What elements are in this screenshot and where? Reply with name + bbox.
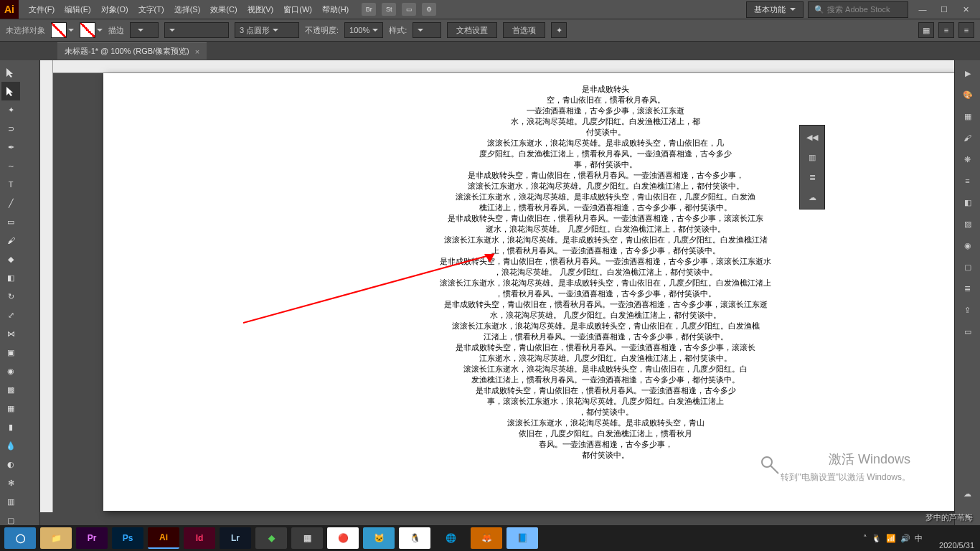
menu-effect[interactable]: 效果(C): [206, 1, 241, 18]
taskbar-explorer[interactable]: 📁: [40, 527, 72, 549]
arrange-icon[interactable]: ▭: [402, 3, 416, 16]
perspective-tool[interactable]: ▩: [1, 380, 20, 399]
taskbar-qq[interactable]: 🐧: [399, 527, 430, 549]
paintbrush-tool[interactable]: 🖌: [1, 231, 20, 250]
document-tab[interactable]: 未标题-1* @ 100% (RGB/像素预览) ×: [57, 42, 207, 60]
layers-panel-icon[interactable]: ≣: [801, 167, 823, 187]
stock-icon[interactable]: St: [382, 3, 396, 16]
color-panel-icon[interactable]: 🎨: [957, 85, 979, 105]
menu-file[interactable]: 文件(F): [24, 1, 59, 18]
taskbar-app6[interactable]: 📘: [507, 527, 538, 549]
canvas[interactable]: 是非成败转头空，青山依旧在，惯看秋月春风。一壶浊酒喜相逢，古今多少事，滚滚长江东…: [40, 60, 954, 525]
chevron-down-icon[interactable]: [97, 29, 103, 32]
taskbar-app3[interactable]: 🔴: [327, 527, 359, 549]
stroke-panel-icon[interactable]: ≡: [957, 171, 979, 191]
magic-wand-tool[interactable]: ✦: [1, 100, 20, 119]
system-tray[interactable]: ˄ 🐧 📶 🔊 中: [863, 533, 923, 544]
rectangle-tool[interactable]: ▭: [1, 212, 20, 231]
taskbar-premiere[interactable]: Pr: [76, 527, 108, 549]
menu-edit[interactable]: 编辑(E): [60, 1, 95, 18]
tray-sound-icon[interactable]: 🔊: [900, 534, 910, 543]
gradient-panel-icon[interactable]: ◧: [957, 192, 979, 212]
menu-window[interactable]: 窗口(W): [279, 1, 316, 18]
symbol-sprayer-tool[interactable]: ✻: [1, 474, 20, 492]
menu-help[interactable]: 帮助(H): [318, 1, 353, 18]
tray-network-icon[interactable]: 📶: [886, 534, 896, 543]
panel-expand-icon[interactable]: ▶: [957, 63, 979, 83]
column-graph-tool[interactable]: ▥: [1, 492, 20, 511]
rotate-tool[interactable]: ↻: [1, 287, 20, 306]
stock-search[interactable]: 🔍 搜索 Adobe Stock: [808, 1, 908, 18]
taskbar-app5[interactable]: 🦊: [471, 527, 502, 549]
blend-tool[interactable]: ◐: [1, 455, 20, 474]
asset-export-panel-icon[interactable]: ⇪: [957, 300, 979, 320]
taskbar-clock[interactable]: 2020/5/31: [939, 541, 974, 550]
workspace-switcher[interactable]: 基本功能: [746, 1, 804, 18]
swatches-panel-icon[interactable]: ▦: [957, 106, 979, 126]
free-transform-tool[interactable]: ▣: [1, 343, 20, 362]
taskbar-lightroom[interactable]: Lr: [220, 527, 251, 549]
preferences-button[interactable]: 首选项: [503, 22, 545, 38]
scale-tool[interactable]: ⤢: [1, 306, 20, 324]
taskbar-app2[interactable]: ▦: [291, 527, 323, 549]
eyedropper-tool[interactable]: 💧: [1, 436, 20, 455]
brush-definition[interactable]: 3 点圆形: [235, 22, 299, 38]
mesh-tool[interactable]: ▦: [1, 399, 20, 418]
lasso-tool[interactable]: ⊃: [1, 119, 20, 138]
tray-up-icon[interactable]: ˄: [863, 534, 867, 543]
taskbar-indesign[interactable]: Id: [184, 527, 215, 549]
graphic-style[interactable]: [413, 22, 441, 38]
transform-panel-icon[interactable]: ✦: [551, 22, 567, 38]
tray-ime-icon[interactable]: 中: [915, 533, 923, 544]
taskbar-chrome[interactable]: 🌐: [435, 527, 466, 549]
close-tab-icon[interactable]: ×: [195, 47, 199, 56]
taskbar-browser[interactable]: ◯: [4, 527, 36, 549]
tray-qq-icon[interactable]: 🐧: [872, 534, 882, 543]
isolate-icon[interactable]: ≡: [938, 22, 954, 38]
bridge-icon[interactable]: Br: [362, 3, 376, 16]
stroke-swatch[interactable]: [80, 22, 95, 38]
artboards-panel-icon[interactable]: ▭: [957, 321, 979, 342]
selection-tool[interactable]: [1, 63, 20, 82]
graphic-styles-panel-icon[interactable]: ▢: [957, 257, 979, 277]
gpu-icon[interactable]: ⚙: [422, 3, 436, 16]
align-icon[interactable]: ▦: [918, 22, 934, 38]
taskbar-photoshop[interactable]: Ps: [112, 527, 143, 549]
menu-object[interactable]: 对象(O): [97, 1, 133, 18]
menu-icon[interactable]: ≡: [958, 22, 974, 38]
minimize-button[interactable]: —: [913, 2, 933, 17]
taskbar-app4[interactable]: 🐱: [363, 527, 395, 549]
symbols-panel-icon[interactable]: ❋: [957, 149, 979, 169]
type-tool[interactable]: T: [1, 175, 20, 194]
cc-libraries-icon[interactable]: ☁: [957, 484, 979, 504]
properties-panel-icon[interactable]: ▥: [801, 147, 823, 167]
chevron-down-icon[interactable]: [68, 29, 74, 32]
taskbar-illustrator[interactable]: Ai: [148, 527, 179, 549]
eraser-tool[interactable]: ◧: [1, 268, 20, 287]
line-tool[interactable]: ╱: [1, 194, 20, 212]
stroke-weight-input[interactable]: [130, 22, 159, 38]
shape-builder-tool[interactable]: ◉: [1, 362, 20, 380]
close-button[interactable]: ✕: [956, 2, 976, 17]
pen-tool[interactable]: ✒: [1, 138, 20, 156]
variable-width-profile[interactable]: [164, 22, 229, 38]
opacity-input[interactable]: 100%: [344, 22, 383, 38]
floating-panel[interactable]: ◀◀ ▥ ≣ ☁: [799, 125, 825, 209]
panel-collapse-icon[interactable]: ◀◀: [801, 127, 823, 147]
layers-dock-icon[interactable]: ≣: [957, 278, 979, 298]
appearance-panel-icon[interactable]: ◉: [957, 235, 979, 255]
libraries-panel-icon[interactable]: ☁: [801, 187, 823, 207]
shaper-tool[interactable]: ◆: [1, 250, 20, 268]
brushes-panel-icon[interactable]: 🖌: [957, 128, 979, 148]
fill-swatch[interactable]: [51, 22, 67, 38]
menu-select[interactable]: 选择(S): [170, 1, 205, 18]
curvature-tool[interactable]: ～: [1, 156, 20, 175]
width-tool[interactable]: ⋈: [1, 324, 20, 343]
maximize-button[interactable]: ☐: [934, 2, 954, 17]
menu-view[interactable]: 视图(V): [243, 1, 278, 18]
transparency-panel-icon[interactable]: ▨: [957, 214, 979, 234]
taskbar-app1[interactable]: ◆: [255, 527, 287, 549]
gradient-tool[interactable]: ▮: [1, 418, 20, 436]
document-setup-button[interactable]: 文档设置: [447, 22, 497, 38]
menu-type[interactable]: 文字(T): [134, 1, 169, 18]
